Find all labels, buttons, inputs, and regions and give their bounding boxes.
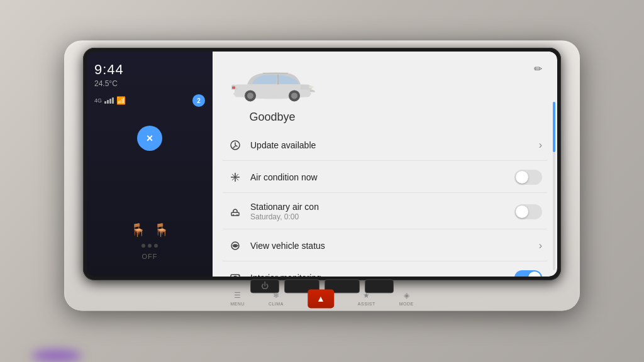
left-panel: 9:44 24.5°C 4G 📶 2 bbox=[87, 52, 213, 277]
seat-heat-left-icon[interactable]: 🪑 bbox=[130, 222, 146, 238]
air-condition-title: Air condition now bbox=[250, 172, 507, 182]
signal-bar-2 bbox=[107, 100, 109, 104]
menu-item-interior[interactable]: Interior monitoring bbox=[223, 263, 547, 277]
stationary-icon bbox=[228, 204, 243, 219]
stationary-title: Stationary air con bbox=[250, 202, 507, 212]
signal-bar-4 bbox=[112, 97, 114, 104]
stationary-toggle[interactable] bbox=[514, 204, 542, 219]
bottom-nav: ☰ MENU ❄ CLIMA ▲ ★ ASSIST ◈ MODE bbox=[230, 289, 413, 308]
car-display-area: Goodbye ✏ bbox=[213, 52, 557, 130]
signal-bar-1 bbox=[104, 101, 106, 104]
dot-3 bbox=[154, 244, 158, 248]
vehicle-status-text: View vehicle status bbox=[250, 241, 531, 251]
update-icon bbox=[228, 138, 243, 153]
nav-mode[interactable]: ◈ MODE bbox=[399, 291, 414, 306]
time-display: 9:44 24.5°C bbox=[94, 62, 205, 88]
notification-count: 2 bbox=[197, 97, 201, 104]
hazard-button[interactable]: ▲ bbox=[308, 289, 334, 308]
edit-button[interactable]: ✏ bbox=[528, 59, 547, 78]
vehicle-status-title: View vehicle status bbox=[250, 241, 531, 251]
svg-point-6 bbox=[291, 92, 297, 99]
stationary-text: Stationary air con Saturday, 0:00 bbox=[250, 202, 507, 221]
air-condition-toggle-wrapper[interactable] bbox=[514, 170, 542, 185]
hazard-icon: ▲ bbox=[316, 294, 325, 303]
assist-icon: ★ bbox=[363, 291, 370, 300]
dot-1 bbox=[142, 244, 145, 248]
scroll-thumb bbox=[553, 102, 555, 152]
car-image-area: Goodbye bbox=[225, 64, 319, 124]
interior-title: Interior monitoring bbox=[250, 273, 507, 277]
svg-rect-15 bbox=[231, 212, 239, 215]
clima-icon: ❄ bbox=[273, 291, 279, 300]
stationary-subtitle: Saturday, 0:00 bbox=[250, 212, 507, 221]
stationary-toggle-wrapper[interactable] bbox=[514, 204, 542, 219]
edit-icon: ✏ bbox=[534, 62, 542, 74]
menu-item-vehicle-status[interactable]: View vehicle status › bbox=[223, 231, 547, 261]
temperature: 24.5°C bbox=[94, 79, 205, 88]
svg-point-21 bbox=[234, 276, 237, 277]
interior-toggle-wrapper[interactable] bbox=[514, 270, 542, 277]
dot-2 bbox=[148, 244, 152, 248]
goodbye-label: Goodbye bbox=[249, 111, 295, 124]
car-image bbox=[228, 64, 316, 108]
seat-icon-row: 🪑 🪑 bbox=[130, 222, 169, 238]
menu-item-air-condition[interactable]: Air condition now bbox=[223, 162, 547, 193]
interior-icon bbox=[228, 270, 243, 277]
menu-icon: ☰ bbox=[234, 291, 241, 300]
seat-controls: 🪑 🪑 OFF bbox=[130, 222, 169, 266]
network-icon: 4G bbox=[94, 97, 102, 104]
air-condition-icon bbox=[228, 170, 243, 185]
clock: 9:44 bbox=[94, 62, 205, 78]
vehicle-status-icon bbox=[228, 238, 243, 253]
signal-strength bbox=[104, 97, 114, 104]
svg-point-19 bbox=[234, 244, 236, 247]
air-condition-text: Air condition now bbox=[250, 172, 507, 182]
ambient-light bbox=[31, 349, 82, 362]
right-panel: Goodbye ✏ bbox=[213, 52, 557, 277]
svg-rect-8 bbox=[232, 86, 235, 89]
nav-menu[interactable]: ☰ MENU bbox=[230, 291, 245, 306]
off-label: OFF bbox=[142, 253, 158, 260]
mode-label: MODE bbox=[399, 302, 414, 306]
main-screen: 9:44 24.5°C 4G 📶 2 bbox=[87, 52, 557, 277]
wifi-icon: 📶 bbox=[116, 96, 126, 105]
menu-label: MENU bbox=[230, 302, 245, 306]
update-text: Update available bbox=[250, 140, 531, 150]
update-chevron-icon: › bbox=[539, 140, 542, 151]
mode-icon: ◈ bbox=[404, 291, 409, 300]
menu-item-update[interactable]: Update available › bbox=[223, 130, 547, 161]
svg-point-7 bbox=[309, 85, 314, 88]
svg-point-22 bbox=[238, 275, 240, 276]
nav-clima[interactable]: ❄ CLIMA bbox=[269, 291, 284, 306]
air-condition-toggle[interactable] bbox=[514, 170, 542, 185]
interior-toggle[interactable] bbox=[514, 270, 542, 277]
interior-text: Interior monitoring bbox=[250, 273, 507, 277]
screen-bezel: 9:44 24.5°C 4G 📶 2 bbox=[83, 48, 561, 280]
assist-label: ASSIST bbox=[358, 302, 375, 306]
nav-assist[interactable]: ★ ASSIST bbox=[358, 291, 375, 306]
close-button[interactable]: × bbox=[137, 126, 162, 151]
status-bar: 4G 📶 2 bbox=[94, 94, 205, 107]
dashboard-surround: 9:44 24.5°C 4G 📶 2 bbox=[64, 40, 580, 310]
update-title: Update available bbox=[250, 140, 531, 150]
signal-bar-3 bbox=[109, 99, 111, 104]
update-action: › bbox=[539, 140, 542, 151]
close-icon: × bbox=[147, 131, 153, 145]
notification-badge[interactable]: 2 bbox=[192, 94, 205, 107]
vehicle-status-action: › bbox=[539, 240, 542, 251]
menu-item-stationary[interactable]: Stationary air con Saturday, 0:00 bbox=[223, 194, 547, 229]
clima-label: CLIMA bbox=[269, 302, 284, 306]
scroll-indicator[interactable] bbox=[553, 102, 555, 270]
svg-point-4 bbox=[247, 92, 253, 99]
vehicle-status-chevron-icon: › bbox=[539, 240, 542, 251]
seat-heat-right-icon[interactable]: 🪑 bbox=[153, 222, 169, 238]
menu-list: Update available › bbox=[213, 130, 557, 277]
